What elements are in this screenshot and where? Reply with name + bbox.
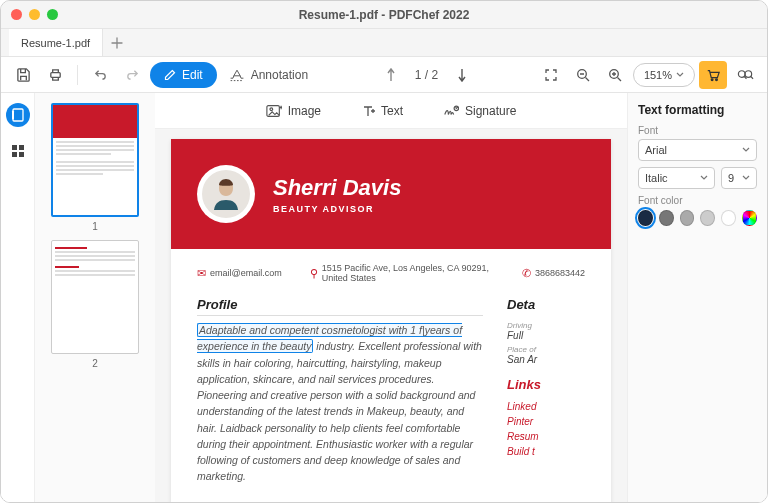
annotation-label: Annotation bbox=[251, 68, 308, 82]
svg-rect-12 bbox=[19, 152, 24, 157]
contact-bar: ✉email@email.com ⚲1515 Pacific Ave, Los … bbox=[171, 249, 611, 297]
search-icon[interactable] bbox=[731, 61, 759, 89]
page-indicator[interactable]: 1 / 2 bbox=[415, 68, 438, 82]
svg-point-14 bbox=[270, 107, 273, 110]
undo-icon[interactable] bbox=[86, 61, 114, 89]
editor-area: Image Text Signature bbox=[155, 93, 627, 502]
chevron-down-icon bbox=[742, 175, 750, 181]
thumbnail-number: 2 bbox=[92, 358, 98, 369]
resume-name[interactable]: Sherri Davis bbox=[273, 175, 401, 201]
zoom-level-dropdown[interactable]: 151% bbox=[633, 63, 695, 87]
color-swatches bbox=[638, 210, 757, 226]
redo-icon[interactable] bbox=[118, 61, 146, 89]
zoom-value: 151% bbox=[644, 69, 672, 81]
window-title: Resume-1.pdf - PDFChef 2022 bbox=[1, 8, 767, 22]
profile-heading[interactable]: Profile bbox=[197, 297, 483, 316]
font-size-select[interactable]: 9 bbox=[721, 167, 757, 189]
color-swatch[interactable] bbox=[659, 210, 674, 226]
print-icon[interactable] bbox=[41, 61, 69, 89]
new-tab-button[interactable] bbox=[103, 29, 131, 57]
thumbnails-panel: 1 2 bbox=[35, 93, 155, 502]
font-family-select[interactable]: Arial bbox=[638, 139, 757, 161]
thumbnail-number: 1 bbox=[92, 221, 98, 232]
profile-text[interactable]: Adaptable and competent cosmetologist wi… bbox=[197, 322, 483, 485]
color-swatch[interactable] bbox=[680, 210, 695, 226]
app-window: Resume-1.pdf - PDFChef 2022 Resume-1.pdf… bbox=[0, 0, 768, 503]
resume-header: Sherri Davis BEAUTY ADVISOR bbox=[171, 139, 611, 249]
svg-rect-7 bbox=[13, 109, 23, 121]
document-canvas[interactable]: Sherri Davis BEAUTY ADVISOR ✉email@email… bbox=[155, 129, 627, 502]
svg-rect-10 bbox=[19, 145, 24, 150]
resume-sidebar: Deta Driving Full Place of San Ar Links … bbox=[507, 297, 585, 502]
pages-view-icon[interactable] bbox=[6, 103, 30, 127]
color-picker-icon[interactable] bbox=[742, 210, 757, 226]
left-rail bbox=[1, 93, 35, 502]
prev-page-icon[interactable] bbox=[377, 61, 405, 89]
cart-button[interactable] bbox=[699, 61, 727, 89]
file-tab[interactable]: Resume-1.pdf bbox=[9, 29, 103, 56]
svg-rect-0 bbox=[50, 73, 59, 78]
minimize-window-btn[interactable] bbox=[29, 9, 40, 20]
annotation-mode-button[interactable]: Annotation bbox=[221, 68, 316, 82]
thumbnail-2[interactable]: 2 bbox=[51, 240, 139, 369]
grid-view-icon[interactable] bbox=[6, 139, 30, 163]
location-icon: ⚲ bbox=[310, 267, 318, 280]
svg-point-5 bbox=[738, 70, 745, 77]
contact-email[interactable]: ✉email@email.com bbox=[197, 267, 282, 280]
svg-point-4 bbox=[716, 78, 718, 80]
zoom-out-icon[interactable] bbox=[569, 61, 597, 89]
text-formatting-panel: Text formatting Font Arial Italic 9 Font… bbox=[627, 93, 767, 502]
avatar bbox=[197, 165, 255, 223]
font-color-label: Font color bbox=[638, 195, 757, 206]
panel-title: Text formatting bbox=[638, 103, 757, 117]
color-swatch[interactable] bbox=[700, 210, 715, 226]
insert-toolbar: Image Text Signature bbox=[155, 93, 627, 129]
contact-phone[interactable]: ✆3868683442 bbox=[522, 267, 585, 280]
maximize-window-btn[interactable] bbox=[47, 9, 58, 20]
thumbnail-1[interactable]: 1 bbox=[51, 103, 139, 232]
edit-mode-button[interactable]: Edit bbox=[150, 62, 217, 88]
insert-signature-button[interactable]: Signature bbox=[443, 104, 516, 118]
main-toolbar: Edit Annotation 1 / 2 151% bbox=[1, 57, 767, 93]
resume-role[interactable]: BEAUTY ADVISOR bbox=[273, 204, 401, 214]
chevron-down-icon bbox=[742, 147, 750, 153]
window-controls bbox=[11, 9, 58, 20]
save-icon[interactable] bbox=[9, 61, 37, 89]
titlebar: Resume-1.pdf - PDFChef 2022 bbox=[1, 1, 767, 29]
expand-icon[interactable] bbox=[537, 61, 565, 89]
color-swatch[interactable] bbox=[638, 210, 653, 226]
employment-heading[interactable]: Employment History bbox=[197, 499, 483, 502]
zoom-in-icon[interactable] bbox=[601, 61, 629, 89]
chevron-down-icon bbox=[700, 175, 708, 181]
close-window-btn[interactable] bbox=[11, 9, 22, 20]
contact-address[interactable]: ⚲1515 Pacific Ave, Los Angeles, CA 90291… bbox=[310, 263, 494, 283]
edit-label: Edit bbox=[182, 68, 203, 82]
chevron-down-icon bbox=[676, 72, 684, 78]
font-style-select[interactable]: Italic bbox=[638, 167, 715, 189]
insert-image-button[interactable]: Image bbox=[266, 104, 321, 118]
pdf-page: Sherri Davis BEAUTY ADVISOR ✉email@email… bbox=[171, 139, 611, 502]
svg-point-3 bbox=[711, 78, 713, 80]
document-tabs: Resume-1.pdf bbox=[1, 29, 767, 57]
svg-rect-9 bbox=[12, 145, 17, 150]
email-icon: ✉ bbox=[197, 267, 206, 280]
next-page-icon[interactable] bbox=[448, 61, 476, 89]
color-swatch[interactable] bbox=[721, 210, 736, 226]
page-navigator: 1 / 2 bbox=[377, 61, 476, 89]
phone-icon: ✆ bbox=[522, 267, 531, 280]
svg-point-6 bbox=[745, 70, 752, 77]
svg-rect-8 bbox=[12, 111, 14, 120]
font-label: Font bbox=[638, 125, 757, 136]
insert-text-button[interactable]: Text bbox=[361, 104, 403, 118]
svg-rect-11 bbox=[12, 152, 17, 157]
